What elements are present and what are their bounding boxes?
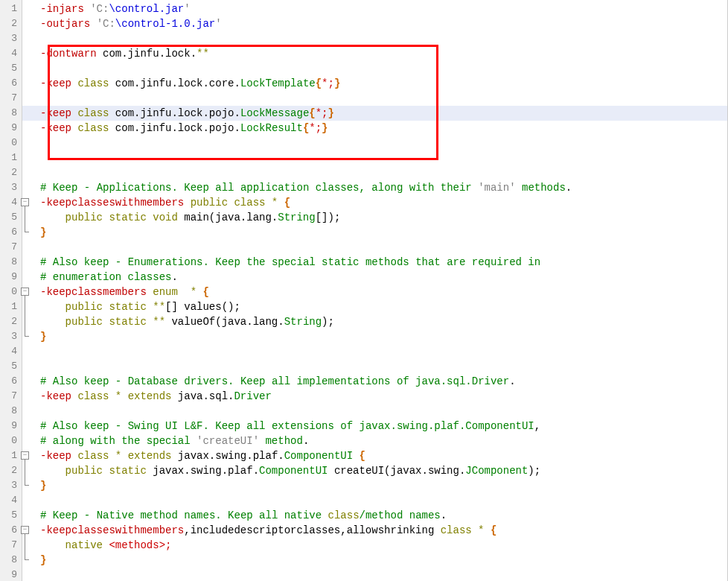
line-number: 2 [0,16,17,31]
code-line[interactable]: public static void main(java.lang.String… [40,210,727,225]
code-line[interactable]: -keep class com.jinfu.lock.pojo.LockResu… [40,121,727,136]
line-number: 3 [0,180,17,195]
code-token: # [40,509,53,521]
code-line[interactable]: -keep class com.jinfu.lock.pojo.LockMess… [40,106,727,121]
line-number: 8 [0,553,17,568]
line-number: 6 [0,225,17,240]
code-token: { [284,197,290,209]
code-token: . [566,182,572,194]
fold-toggle-icon[interactable]: − [21,288,29,296]
line-number: 7 [0,240,17,255]
fold-toggle-icon[interactable]: − [21,526,29,534]
code-token: com.jinfu.lock. [103,48,197,60]
code-token: - [77,182,96,194]
code-line[interactable]: } [40,478,727,493]
code-line[interactable] [40,136,727,150]
code-token: 'main' [478,182,515,194]
code-token: \control-1.0.jar [115,18,215,30]
fold-toggle-icon[interactable]: − [21,451,29,460]
code-line[interactable]: # enumeration classes. [40,270,727,285]
code-token: public static [66,465,147,477]
code-token: [] values(); [165,301,240,313]
code-token [40,301,66,313]
code-token: all native [253,509,328,521]
code-token: -injars [40,3,90,15]
code-token: { [360,450,365,462]
line-number: 0 [0,285,17,299]
code-token: in [528,256,540,268]
line-number: 4 [0,46,17,61]
code-line[interactable] [40,404,727,419]
code-line[interactable]: } [40,329,727,344]
line-number: 8 [0,404,17,419]
code-line[interactable]: } [40,225,727,240]
code-token: main(java.lang. [178,212,278,223]
code-line[interactable]: # along with the special 'createUI' meth… [40,434,727,448]
code-line[interactable]: # Also keep - Enumerations. Keep the spe… [40,255,727,270]
code-line[interactable]: -dontwarn com.jinfu.lock.** [40,46,727,61]
code-token: class [77,107,109,119]
code-token: class * [77,450,121,462]
code-line[interactable]: -keepclasseswithmembers,includedescripto… [40,523,727,538]
code-line[interactable]: public static **[] values(); [40,299,727,314]
code-line[interactable] [40,344,727,359]
code-line[interactable]: # Also keep - Swing UI L&F. Keep all ext… [40,419,727,434]
code-line[interactable]: -injars 'C:\control.jar' [40,1,727,16]
code-token: com.jinfu.lock.pojo. [109,122,240,134]
code-line[interactable]: # Keep - Native method names. Keep all n… [40,508,727,523]
code-token: Database [128,375,178,387]
code-token: # [40,420,53,432]
line-number: 4 [0,344,17,359]
code-token: Enumerations [128,256,203,268]
code-line[interactable]: native <methods>; [40,538,727,553]
line-number: 9 [0,419,17,434]
code-token: ComponentUI [259,465,328,477]
code-line[interactable] [40,240,727,255]
code-token: ,includedescriptorclasses,allowshrinking [184,524,440,536]
code-line[interactable] [40,165,727,180]
code-line[interactable]: public static ** valueOf(java.lang.Strin… [40,314,727,329]
code-line[interactable]: -keepclasseswithmembers public class * { [40,195,727,210]
line-number: 3 [0,329,17,344]
code-line[interactable]: -keep class com.jinfu.lock.core.LockTemp… [40,76,727,91]
code-token [278,197,284,209]
code-line[interactable]: } [40,553,727,568]
code-token [40,316,66,328]
code-line[interactable]: # Also keep - Database drivers. Keep all… [40,374,727,389]
code-token: Native [97,509,134,521]
code-token: Keep [184,182,209,194]
line-number: 7 [0,389,17,404]
code-token: Keep [53,509,78,521]
code-line[interactable] [40,359,727,374]
code-line[interactable]: -keep class * extends java.sql.Driver [40,389,727,404]
line-number: 3 [0,478,17,493]
code-token: ' [215,18,221,30]
code-token: Keep [240,375,266,387]
code-line[interactable] [40,31,727,46]
code-token: -keepclassmembers [40,286,153,298]
code-token: . [509,375,515,387]
code-line[interactable]: public static javax.swing.plaf.Component… [40,463,727,478]
code-line[interactable]: -outjars 'C:\control-1.0.jar' [40,16,727,31]
line-number: 1 [0,150,17,165]
code-token: method [259,435,303,447]
line-number: 3 [0,31,17,46]
code-token: \control.jar [109,3,184,15]
code-token: 'C: [90,3,109,15]
code-line[interactable] [40,91,727,106]
code-line[interactable] [40,568,727,581]
fold-toggle-icon[interactable]: − [21,198,29,206]
code-line[interactable] [40,150,727,165]
code-line[interactable]: -keep class * extends javax.swing.plaf.C… [40,448,727,463]
line-number: 9 [0,270,17,285]
code-line[interactable] [40,61,727,76]
code-token [121,450,127,462]
code-line[interactable]: # Keep - Applications. Keep all applicat… [40,180,727,195]
code-token: LockResult [240,122,303,134]
code-area[interactable]: -injars 'C:\control.jar'-outjars 'C:\con… [22,0,727,581]
code-token: drivers. [178,375,240,387]
code-line[interactable] [40,493,727,508]
code-token: valueOf(java.lang. [165,316,284,328]
code-line[interactable]: -keepclassmembers enum * { [40,285,727,299]
code-token: } [328,107,334,119]
